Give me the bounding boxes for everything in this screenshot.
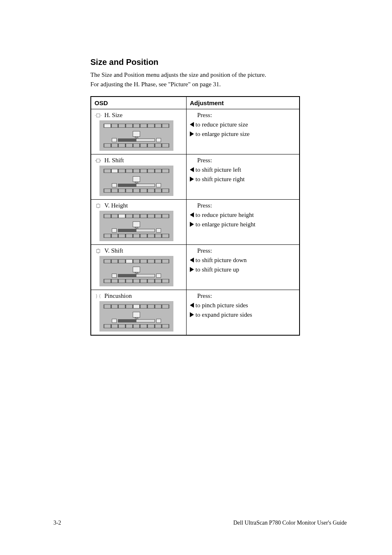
- footer-doc-title: Dell UltraScan P780 Color Monitor User's…: [233, 520, 347, 526]
- table-row: V. Shift 50 Press: to shift picture down: [91, 245, 300, 290]
- osd-bottom-strip: [104, 143, 169, 147]
- osd-preview: 50: [99, 301, 173, 332]
- vshift-icon: [95, 248, 102, 254]
- right-arrow-icon: [190, 222, 194, 227]
- page-footer: 3-2 Dell UltraScan P780 Color Monitor Us…: [0, 520, 392, 526]
- svg-rect-3: [97, 249, 100, 253]
- right-arrow-icon: [190, 312, 194, 317]
- left-action: to shift picture left: [196, 166, 241, 173]
- osd-top-strip: [104, 169, 169, 173]
- left-action: to reduce picture size: [196, 121, 248, 128]
- right-arrow-icon: [190, 131, 194, 136]
- left-arrow-icon: [190, 212, 194, 217]
- hshift-icon: [95, 158, 102, 164]
- hsize-icon: [95, 113, 102, 118]
- svg-rect-1: [97, 159, 100, 162]
- svg-rect-2: [97, 204, 100, 207]
- left-arrow-icon: [190, 122, 194, 127]
- row-title: H. Shift: [104, 157, 124, 164]
- osd-preview: 50: [99, 166, 173, 196]
- intro-crossref-link[interactable]: "Picture" on page 31: [168, 81, 219, 88]
- right-action: to shift picture up: [196, 266, 239, 273]
- intro-paragraph: The Size and Position menu adjusts the s…: [90, 70, 351, 89]
- table-row: H. Shift 50 Press:: [91, 154, 300, 200]
- manual-page: Size and Position The Size and Position …: [0, 0, 392, 555]
- table-row: V. Height 50 Press: to reduce picture he…: [91, 200, 300, 245]
- footer-page-number: 3-2: [53, 520, 61, 526]
- right-action: to expand picture sides: [196, 311, 252, 318]
- slider-max-icon: [156, 138, 161, 142]
- row-title: V. Shift: [104, 247, 123, 254]
- right-action: to shift picture right: [196, 176, 245, 182]
- left-action: to reduce picture height: [196, 212, 254, 218]
- osd-preview: 50: [99, 120, 173, 151]
- left-arrow-icon: [190, 167, 194, 172]
- right-arrow-icon: [190, 177, 194, 182]
- row-title: Pincushion: [104, 292, 132, 299]
- vheight-icon: [95, 203, 102, 209]
- pincushion-icon: [95, 293, 102, 299]
- col-header-osd: OSD: [91, 97, 187, 109]
- intro-line-2b: .: [219, 81, 221, 88]
- right-arrow-icon: [190, 267, 194, 272]
- page-title: Size and Position: [90, 58, 351, 67]
- left-action: to pinch picture sides: [196, 302, 248, 309]
- table-row: H. Size 50: [91, 109, 300, 154]
- row-title: H. Size: [104, 112, 122, 119]
- left-arrow-icon: [190, 258, 194, 263]
- intro-line-2a: For adjusting the H. Phase, see: [90, 81, 168, 88]
- osd-preview: 50: [99, 211, 173, 241]
- osd-adjustment-table: OSD Adjustment H. Size: [90, 96, 300, 336]
- intro-line-1: The Size and Position menu adjusts the s…: [90, 71, 266, 78]
- table-row: Pincushion 50 Press: to pinch picture si…: [91, 290, 300, 336]
- osd-preview: 50: [99, 256, 173, 286]
- left-action: to shift picture down: [196, 257, 247, 263]
- right-action: to enlarge picture height: [196, 221, 256, 228]
- osd-top-strip: [104, 124, 169, 128]
- osd-slider: [112, 138, 161, 142]
- slider-min-icon: [112, 138, 117, 142]
- right-action: to enlarge picture size: [196, 131, 250, 137]
- svg-rect-0: [97, 114, 100, 117]
- left-arrow-icon: [190, 303, 194, 308]
- row-title: V. Height: [104, 202, 128, 209]
- col-header-adjustment: Adjustment: [187, 97, 300, 109]
